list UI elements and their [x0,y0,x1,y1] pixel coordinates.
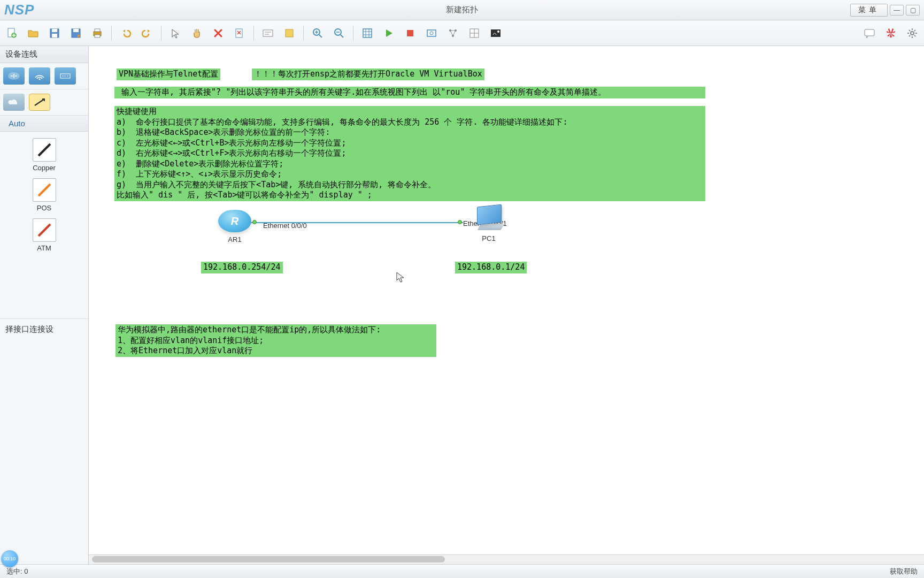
svg-rect-11 [263,30,273,36]
svg-rect-12 [286,29,293,37]
cat-cloud-icon[interactable] [3,94,25,111]
svg-rect-6 [73,29,79,32]
svg-rect-23 [491,29,500,37]
horizontal-scrollbar[interactable] [89,554,924,564]
svg-rect-9 [95,35,100,37]
pc-icon [474,206,504,229]
timer-badge: 00:10 [1,550,18,567]
stop-button[interactable] [402,25,419,42]
minimize-button[interactable]: — [890,5,904,16]
toolbar [0,20,924,46]
cat-wlan-icon[interactable] [29,67,50,85]
svg-rect-25 [865,29,874,36]
device-categories [0,63,88,89]
capture-button[interactable] [423,25,440,42]
open-file-button[interactable] [25,25,42,42]
screenshot-button[interactable] [487,25,504,42]
statusbar: 选中: 0 获取帮助 [0,564,924,578]
svg-rect-16 [407,30,413,36]
new-file-button[interactable] [3,25,20,42]
svg-point-18 [430,32,433,35]
note-title[interactable]: VPN基础操作与Telnet配置 [117,69,220,80]
sidebar: 设备连线 Auto Copper POS ATM 择接口连接设 [0,46,89,564]
titlebar: NSP 新建拓扑 菜单 — ▢ [0,0,924,20]
cat-router-icon[interactable] [3,67,25,85]
link-copper[interactable]: Copper [2,136,86,174]
zoom-in-button[interactable] [309,25,326,42]
port-indicator-left [252,220,257,224]
sidebar-header: 设备连线 [0,46,88,63]
note-warning[interactable]: ！！！每次打开ensp之前都要先打开Oracle VM VirtualBox [252,69,484,80]
text-tool[interactable] [259,25,276,42]
svg-rect-15 [363,29,372,37]
svg-rect-3 [52,29,57,32]
port-label-left: Ethernet 0/0/0 [263,222,307,230]
note-help-body[interactable]: 快捷键使用 a) 命令行接口提供了基本的命令编辑功能, 支持多行编辑, 每条命令… [114,106,705,201]
device-pc[interactable]: PC1 [474,206,504,242]
note-ip-pc[interactable]: 192.168.0.1/24 [455,262,527,273]
settings-button[interactable] [904,25,921,42]
pan-tool[interactable] [188,25,205,42]
svg-point-28 [39,79,41,80]
svg-rect-17 [427,30,436,36]
mouse-cursor-icon [396,272,405,284]
svg-point-26 [911,32,914,35]
pointer-tool[interactable] [167,25,184,42]
topology-button[interactable] [444,25,461,42]
app-logo: NSP [0,2,38,18]
fit-button[interactable] [359,25,376,42]
link-atm[interactable]: ATM [2,216,86,254]
redo-button[interactable] [138,25,156,42]
save-as-button[interactable] [67,25,84,42]
menu-button[interactable]: 菜单 [850,4,888,17]
cat-switch-icon[interactable] [55,67,76,85]
maximize-button[interactable]: ▢ [906,5,920,16]
svg-rect-4 [52,34,57,37]
huawei-logo-icon[interactable] [882,25,899,42]
grid-button[interactable] [466,25,483,42]
shape-tool[interactable] [281,25,298,42]
svg-rect-8 [95,29,100,32]
port-indicator-right [458,220,462,224]
status-help[interactable]: 获取帮助 [890,567,918,576]
print-button[interactable] [89,25,106,42]
delete-button[interactable] [210,25,227,42]
router-icon [218,210,251,232]
link-list: Copper POS ATM [0,132,88,319]
svg-point-24 [497,31,499,33]
router-label: AR1 [218,235,251,244]
note-help-line1[interactable]: 输入一字符串, 其后紧接"? "列出以该字符串开头的所有关键字.如在系统视图下列… [114,87,705,98]
note-instructions[interactable]: 华为模拟器中,路由器的ethernet口是不能配置ip的,所以具体做法如下: 1… [116,324,436,357]
note-ip-router[interactable]: 192.168.0.254/24 [201,262,283,273]
zoom-out-button[interactable] [330,25,348,42]
start-button[interactable] [380,25,397,42]
window-title: 新建拓扑 [446,5,478,15]
status-selection: 选中: 0 [6,567,28,576]
cat-link-icon[interactable] [29,94,50,111]
pc-label: PC1 [474,234,504,242]
device-router[interactable]: AR1 [218,210,251,244]
message-button[interactable] [861,25,878,42]
link-pos[interactable]: POS [2,176,86,214]
canvas-area[interactable]: VPN基础操作与Telnet配置 ！！！每次打开ensp之前都要先打开Oracl… [89,46,924,564]
sidebar-mode[interactable]: Auto [0,116,88,132]
sidebar-desc: 择接口连接设 [0,319,88,564]
save-button[interactable] [46,25,63,42]
clear-button[interactable] [231,25,248,42]
undo-button[interactable] [117,25,134,42]
